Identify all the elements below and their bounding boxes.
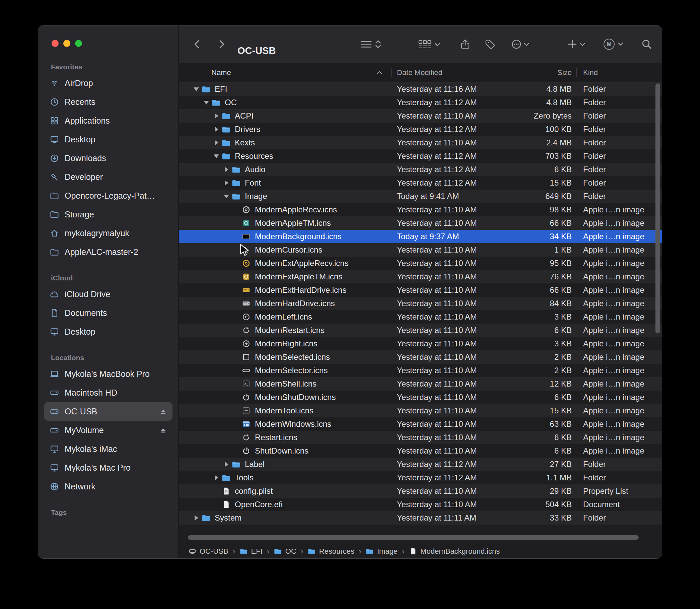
disclosure-triangle[interactable]	[211, 475, 222, 480]
table-row[interactable]: LabelYesterday at 11:12 AM27 KBFolder	[179, 457, 662, 471]
column-header-name[interactable]: Name	[179, 63, 391, 82]
sidebar-item-applications[interactable]: Applications	[44, 111, 173, 130]
sidebar-item-oc-usb[interactable]: OC-USB	[44, 402, 173, 421]
tags-button[interactable]	[484, 38, 496, 50]
close-window-button[interactable]	[52, 40, 58, 47]
eject-icon[interactable]	[159, 407, 168, 416]
table-row[interactable]: ModernWindows.icnsYesterday at 11:10 AM6…	[179, 417, 662, 431]
table-row[interactable]: config.plistYesterday at 11:10 AM29 KBPr…	[179, 484, 662, 498]
sidebar-item-desktop[interactable]: Desktop	[44, 130, 173, 149]
disclosure-triangle[interactable]	[191, 87, 201, 91]
file-kind: Folder	[576, 152, 662, 161]
sidebar-item-mykola-s-mac-pro[interactable]: Mykola’s Mac Pro	[44, 458, 173, 477]
table-row[interactable]: ModernSelector.icnsYesterday at 11:10 AM…	[179, 364, 662, 377]
table-row[interactable]: ToolsYesterday at 11:12 AM1.1 MBFolder	[179, 471, 662, 484]
sidebar-item-desktop[interactable]: Desktop	[44, 322, 173, 341]
monitor-icon	[49, 463, 59, 473]
column-header-size[interactable]: Size	[512, 63, 576, 82]
table-row[interactable]: OpenCore.efiYesterday at 11:10 AM504 KBD…	[179, 498, 662, 511]
view-options-button[interactable]	[359, 38, 383, 50]
table-row[interactable]: ModernBackground.icnsToday at 9:37 AM34 …	[179, 230, 662, 243]
pathbar-item[interactable]: ModernBackground.icns	[409, 547, 500, 556]
sidebar-item-network[interactable]: Network	[44, 477, 173, 496]
sidebar-item-myvolume[interactable]: MyVolume	[44, 421, 173, 439]
zoom-window-button[interactable]	[75, 40, 82, 47]
table-row[interactable]: KextsYesterday at 11:10 AM2.4 MBFolder	[179, 136, 662, 150]
sidebar-item-storage[interactable]: Storage	[44, 205, 173, 224]
sidebar-item-opencore-legacy-pat-[interactable]: Opencore-Legacy-Pat…	[44, 186, 173, 205]
sidebar-item-airdrop[interactable]: AirDrop	[44, 74, 173, 92]
sidebar-item-downloads[interactable]: Downloads	[44, 149, 173, 168]
table-row[interactable]: ShutDown.icnsYesterday at 11:10 AM6 KBAp…	[179, 444, 662, 457]
sidebar-item-developer[interactable]: Developer	[44, 168, 173, 186]
table-row[interactable]: ModernShutDown.icnsYesterday at 11:10 AM…	[179, 390, 662, 404]
table-row[interactable]: ModernAppleRecv.icnsYesterday at 11:10 A…	[179, 203, 662, 216]
table-row[interactable]: Restart.icnsYesterday at 11:10 AM6 KBApp…	[179, 431, 662, 444]
disclosure-triangle[interactable]	[211, 140, 222, 145]
table-row[interactable]: EFIYesterday at 11:16 AM4.8 MBFolder	[179, 82, 662, 96]
disclosure-triangle[interactable]	[191, 515, 201, 521]
table-row[interactable]: ACPIYesterday at 11:10 AMZero bytesFolde…	[179, 109, 662, 123]
pathbar-item[interactable]: Resources	[308, 547, 354, 556]
disclosure-triangle[interactable]	[222, 195, 231, 198]
table-row[interactable]: ModernExtHardDrive.icnsYesterday at 11:1…	[179, 283, 662, 297]
table-row[interactable]: ModernCursor.icnsYesterday at 11:10 AM1 …	[179, 243, 662, 257]
table-row[interactable]: ModernShell.icnsYesterday at 11:10 AM12 …	[179, 377, 662, 390]
table-row[interactable]: ModernExtAppleTM.icnsYesterday at 11:10 …	[179, 270, 662, 283]
column-header-kind[interactable]: Kind	[576, 63, 662, 82]
sidebar-item-mykola-s-imac[interactable]: Mykola’s iMac	[44, 439, 173, 458]
pathbar-separator: ›	[267, 547, 269, 556]
table-row[interactable]: ModernLeft.icnsYesterday at 11:10 AM3 KB…	[179, 310, 662, 324]
file-name: ModernSelector.icns	[255, 366, 328, 375]
new-item-button[interactable]	[567, 38, 585, 50]
horizontal-scrollbar-thumb[interactable]	[188, 535, 639, 540]
table-row[interactable]: ModernAppleTM.icnsYesterday at 11:10 AM6…	[179, 216, 662, 230]
table-row[interactable]: AudioYesterday at 11:12 AM6 KBFolder	[179, 163, 662, 176]
pathbar-item[interactable]: OC-USB	[188, 547, 228, 556]
table-row[interactable]: ModernHardDrive.icnsYesterday at 11:10 A…	[179, 297, 662, 310]
table-row[interactable]: ImageToday at 9:41 AM649 KBFolder	[179, 190, 662, 203]
file-kind: Folder	[576, 473, 662, 482]
file-kind: Apple i…n image	[576, 406, 662, 415]
sidebar-item-documents[interactable]: Documents	[44, 303, 173, 322]
disclosure-triangle[interactable]	[222, 462, 231, 467]
table-row[interactable]: DriversYesterday at 11:12 AM100 KBFolder	[179, 123, 662, 136]
disclosure-triangle[interactable]	[201, 101, 211, 105]
table-row[interactable]: ModernTool.icnsYesterday at 11:10 AM15 K…	[179, 404, 662, 417]
vertical-scrollbar-thumb[interactable]	[655, 83, 660, 333]
column-header-date-modified[interactable]: Date Modified	[391, 63, 512, 82]
sidebar-item-macintosh-hd[interactable]: Macintosh HD	[44, 383, 173, 402]
table-row[interactable]: ModernRestart.icnsYesterday at 11:10 AM6…	[179, 324, 662, 337]
table-row[interactable]: OCYesterday at 11:12 AM4.8 MBFolder	[179, 96, 662, 109]
sidebar-item-recents[interactable]: Recents	[44, 92, 173, 111]
pathbar-item[interactable]: Image	[366, 547, 398, 556]
forward-button[interactable]	[216, 38, 227, 50]
name-cell: Label	[179, 459, 391, 469]
sidebar-item-icloud-drive[interactable]: iCloud Drive	[44, 285, 173, 303]
account-button[interactable]: M	[603, 38, 624, 50]
share-button[interactable]	[459, 38, 471, 50]
back-button[interactable]	[192, 38, 203, 50]
table-row[interactable]: SystemYesterday at 11:11 AM33 KBFolder	[179, 511, 662, 525]
search-button[interactable]	[641, 38, 652, 50]
sidebar-item-mykolagrymalyuk[interactable]: mykolagrymalyuk	[44, 224, 173, 243]
minimize-window-button[interactable]	[63, 40, 70, 47]
eject-icon[interactable]	[159, 426, 168, 434]
table-row[interactable]: ModernExtAppleRecv.icnsYesterday at 11:1…	[179, 257, 662, 270]
disclosure-triangle[interactable]	[222, 180, 231, 186]
disclosure-triangle[interactable]	[211, 113, 222, 119]
pathbar-item[interactable]: OC	[274, 547, 296, 556]
disclosure-triangle[interactable]	[222, 167, 231, 172]
disclosure-triangle[interactable]	[211, 127, 222, 132]
group-by-button[interactable]	[417, 38, 441, 50]
ring-gold-icon	[242, 259, 251, 268]
sidebar-item-mykola-s-macbook-pro[interactable]: Mykola’s MacBook Pro	[44, 364, 173, 383]
table-row[interactable]: ModernSelected.icnsYesterday at 11:10 AM…	[179, 350, 662, 364]
sidebar-item-applealc-master-2[interactable]: AppleALC-master-2	[44, 243, 173, 261]
pathbar-item[interactable]: EFI	[240, 547, 263, 556]
table-row[interactable]: ModernRight.icnsYesterday at 11:10 AM3 K…	[179, 337, 662, 350]
disclosure-triangle[interactable]	[211, 154, 222, 158]
more-actions-button[interactable]	[511, 38, 530, 50]
table-row[interactable]: FontYesterday at 11:12 AM15 KBFolder	[179, 176, 662, 190]
table-row[interactable]: ResourcesYesterday at 11:12 AM703 KBFold…	[179, 150, 662, 163]
